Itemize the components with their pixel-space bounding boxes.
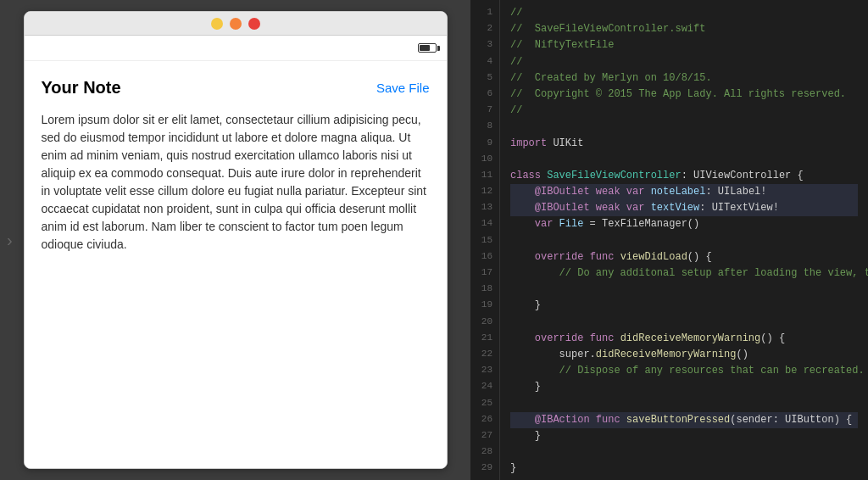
line-number: 13 — [470, 200, 492, 216]
token-func: saveButtonPressed — [626, 414, 730, 426]
code-line — [510, 477, 858, 480]
line-number: 25 — [470, 396, 492, 412]
line-number: 22 — [470, 347, 492, 363]
token-var: textView — [651, 202, 700, 214]
line-number: 21 — [470, 331, 492, 347]
token-keyword: weak — [596, 202, 626, 214]
line-number: 17 — [470, 265, 492, 282]
token-normal: : UILabel! — [705, 186, 766, 198]
code-line — [510, 119, 858, 135]
code-line: @IBOutlet weak var textView: UITextView! — [510, 200, 858, 216]
token-keyword: func — [590, 251, 620, 263]
token-normal: } — [510, 299, 541, 311]
token-normal: () { — [760, 332, 785, 344]
token-var: File — [559, 218, 584, 230]
code-line: import UIKit — [510, 136, 858, 152]
line-number: 20 — [470, 315, 492, 331]
code-line — [510, 315, 858, 331]
line-number: 12 — [470, 184, 492, 200]
battery-fill — [420, 45, 431, 51]
token-comment: // SaveFileViewController.swift — [510, 23, 705, 35]
line-number: 24 — [470, 379, 492, 395]
zoom-button[interactable] — [230, 18, 242, 30]
line-number: 27 — [470, 428, 492, 444]
token-keyword: var — [626, 186, 651, 198]
token-type: SaveFileViewController — [547, 170, 681, 181]
token-normal: : UITextView! — [699, 202, 779, 214]
line-number: 8 — [470, 119, 492, 135]
line-number: 3 — [470, 37, 492, 53]
iphone-frame: Your Note Save File Lorem ipsum dolor si… — [24, 11, 448, 469]
nav-arrow-icon[interactable]: › — [7, 231, 13, 250]
code-line: // Do any additonal setup after loading … — [510, 265, 858, 282]
app-title: Your Note — [42, 78, 121, 98]
line-number: 6 — [470, 87, 492, 103]
code-line — [510, 444, 858, 460]
token-normal: super. — [510, 349, 596, 360]
token-keyword: class — [510, 170, 547, 181]
line-number: 23 — [470, 363, 492, 379]
token-normal: } — [510, 430, 541, 442]
line-number: 2 — [470, 21, 492, 37]
code-editor[interactable]: 1234567891011121314151617181920212223242… — [470, 0, 868, 480]
line-number: 11 — [470, 168, 492, 184]
token-keyword: @IBOutlet — [510, 202, 596, 214]
token-keyword: override — [510, 251, 590, 263]
close-button[interactable] — [248, 18, 260, 30]
token-comment: // Do any additonal setup after loading … — [510, 267, 868, 279]
code-line: // Copyright © 2015 The App Lady. All ri… — [510, 87, 858, 103]
code-line: // — [510, 103, 858, 119]
token-comment: // — [510, 56, 522, 68]
token-normal: : UIViewController { — [682, 170, 804, 181]
minimize-button[interactable] — [211, 18, 223, 30]
line-number: 14 — [470, 216, 492, 232]
token-keyword: @IBOutlet — [510, 186, 596, 198]
code-line: } — [510, 379, 858, 395]
token-comment: // — [510, 7, 522, 19]
token-keyword: override — [510, 332, 590, 344]
token-keyword: weak — [596, 186, 626, 198]
battery-icon — [418, 43, 437, 53]
code-line — [510, 396, 858, 412]
token-keyword: var — [626, 202, 651, 214]
token-comment: // Created by Merlyn on 10/8/15. — [510, 72, 712, 84]
token-keyword: func — [590, 332, 620, 344]
token-normal: } — [510, 462, 516, 474]
token-normal: (sender: UIButton) { — [730, 414, 852, 426]
token-comment: // Dispose of any resources that can be … — [510, 365, 865, 377]
app-header: Your Note Save File — [42, 78, 430, 98]
app-content: Your Note Save File Lorem ipsum dolor si… — [25, 61, 447, 468]
line-number: 16 — [470, 249, 492, 265]
save-file-button[interactable]: Save File — [376, 81, 430, 95]
code-content[interactable]: //// SaveFileViewController.swift// Nift… — [500, 0, 868, 480]
token-keyword: func — [596, 414, 626, 426]
code-line: // Dispose of any resources that can be … — [510, 363, 858, 379]
token-normal: UIKit — [553, 137, 583, 149]
token-comment: // Copyright © 2015 The App Lady. All ri… — [510, 88, 846, 100]
code-line: // — [510, 5, 858, 21]
token-func: didReceiveMemoryWarning — [596, 349, 737, 360]
line-number: 19 — [470, 298, 492, 314]
code-line: override func viewDidLoad() { — [510, 249, 858, 265]
window-chrome — [25, 12, 447, 36]
code-line — [510, 282, 858, 298]
token-normal: } — [510, 381, 541, 393]
code-line: // Created by Merlyn on 10/8/15. — [510, 70, 858, 87]
token-normal: = — [583, 218, 602, 230]
code-line: @IBAction func saveButtonPressed(sender:… — [510, 412, 858, 428]
code-line: } — [510, 428, 858, 444]
code-line: // SaveFileViewController.swift — [510, 21, 858, 37]
code-line: class SaveFileViewController: UIViewCont… — [510, 168, 858, 184]
line-number: 7 — [470, 103, 492, 119]
code-line: // — [510, 54, 858, 70]
code-line: } — [510, 460, 858, 477]
token-keyword: import — [510, 137, 553, 149]
line-numbers: 1234567891011121314151617181920212223242… — [470, 0, 500, 480]
token-normal: TexFileManager() — [602, 218, 699, 230]
line-number: 1 — [470, 5, 492, 21]
token-func: didReceiveMemoryWarning — [620, 332, 761, 344]
token-var: noteLabel — [651, 186, 706, 198]
token-comment: // — [510, 104, 522, 116]
code-line: override func didReceiveMemoryWarning() … — [510, 331, 858, 347]
code-line: @IBOutlet weak var noteLabel: UILabel! — [510, 184, 858, 200]
